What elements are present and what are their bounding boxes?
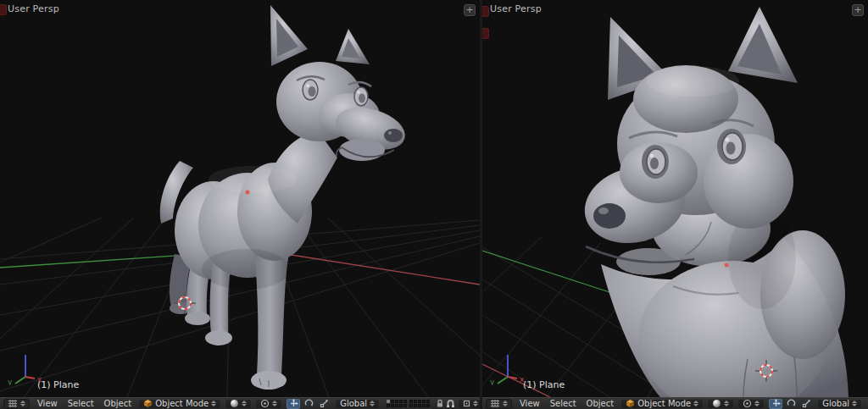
scale-icon [802, 399, 811, 408]
panel-tab[interactable] [482, 6, 489, 17]
scale-icon [320, 399, 329, 408]
dog-model[interactable] [576, 7, 849, 397]
dropdown-arrows-icon [852, 401, 857, 406]
shading-dropdown[interactable] [707, 399, 734, 409]
view-menu[interactable]: View [32, 399, 63, 408]
editor-3dview-icon [490, 399, 500, 408]
viewport-left: User Persp (1) Plane + x y [0, 0, 480, 397]
dropdown-arrows-icon [754, 401, 760, 406]
layer-button[interactable] [418, 400, 421, 403]
orientation-label: Global [340, 399, 367, 408]
layer-button[interactable] [391, 400, 394, 403]
select-menu[interactable]: Select [545, 399, 581, 408]
layer-button[interactable] [409, 404, 413, 407]
layer-button[interactable] [395, 400, 398, 403]
pivot-center-icon [260, 399, 270, 408]
dropdown-arrows-icon [20, 401, 25, 406]
view-name-label: User Persp [8, 3, 59, 14]
mode-dropdown[interactable]: Object Mode [620, 399, 704, 409]
dropdown-arrows-icon [370, 401, 375, 406]
axis-y-line [482, 251, 609, 292]
mode-dropdown[interactable]: Object Mode [138, 399, 221, 409]
shading-dropdown[interactable] [225, 399, 252, 409]
gizmo-x-label: x [520, 375, 525, 384]
shading-sphere-icon [712, 399, 721, 408]
pivot-dropdown[interactable] [255, 399, 282, 409]
dog-model[interactable] [160, 5, 410, 390]
layer-button[interactable] [422, 400, 426, 403]
layer-button[interactable] [418, 404, 421, 407]
gizmo-y-label: y [8, 378, 13, 385]
dropdown-arrows-icon [503, 401, 508, 406]
dropdown-arrows-icon [272, 401, 277, 406]
object-mode-cube-icon [143, 399, 153, 408]
object-menu[interactable]: Object [581, 399, 620, 408]
translate-icon [771, 399, 781, 408]
editor-type-button[interactable] [486, 399, 512, 409]
orientation-dropdown[interactable]: Global [817, 399, 862, 409]
manipulator-rotate-button[interactable] [784, 399, 798, 409]
shading-sphere-icon [230, 399, 239, 408]
editor-3dview-icon [8, 399, 18, 408]
viewport-header-right: View Select Object Object Mode [482, 397, 868, 409]
layer-button[interactable] [426, 404, 430, 407]
manipulator-translate-button[interactable] [769, 399, 782, 409]
axis-x-line [270, 251, 480, 285]
rotate-icon [304, 399, 314, 408]
panel-tab[interactable] [0, 4, 7, 15]
layer-button[interactable] [395, 404, 398, 407]
dropdown-arrows-icon [211, 401, 216, 406]
layer-button[interactable] [391, 404, 394, 407]
gizmo-x-label: x [37, 375, 42, 384]
object-origin-dot [725, 263, 729, 268]
blender-window: User Persp (1) Plane + x y [0, 0, 868, 409]
magnet-icon [446, 399, 455, 408]
layer-button[interactable] [422, 404, 426, 407]
viewport-canvas-right[interactable] [482, 0, 868, 397]
add-panel-grip-icon[interactable]: + [464, 4, 476, 16]
viewport-right: User Persp (1) Plane + x y [482, 0, 868, 397]
object-origin-dot [246, 191, 250, 195]
layer-button[interactable] [387, 404, 390, 407]
manipulator-rotate-button[interactable] [302, 399, 315, 409]
viewport-canvas-left[interactable] [0, 0, 480, 397]
layer-button[interactable] [426, 400, 430, 403]
editor-type-button[interactable] [3, 399, 30, 409]
layer-button[interactable] [414, 404, 417, 407]
orientation-dropdown[interactable]: Global [335, 399, 380, 409]
layer-button[interactable] [403, 404, 407, 407]
layer-button[interactable] [399, 404, 403, 407]
layer-button[interactable] [403, 400, 407, 403]
dropdown-arrows-icon [693, 401, 698, 406]
orientation-label: Global [822, 399, 849, 408]
snap-element-dropdown[interactable] [458, 399, 480, 409]
lock-icon [436, 399, 444, 408]
manipulator-scale-button[interactable] [317, 399, 331, 409]
mode-label: Object Mode [637, 399, 691, 408]
axis-gizmo: x y [489, 348, 530, 385]
object-mode-cube-icon [626, 399, 635, 408]
pivot-center-icon [743, 399, 752, 408]
layer-button[interactable] [399, 400, 403, 403]
layer-button[interactable] [387, 400, 390, 403]
snap-toggle-button[interactable] [446, 399, 455, 409]
panel-tab[interactable] [482, 28, 489, 39]
viewport-header-left: View Select Object Object Mode [0, 397, 480, 409]
gizmo-y-label: y [490, 378, 495, 385]
pivot-dropdown[interactable] [737, 399, 765, 409]
object-menu[interactable]: Object [99, 399, 137, 408]
axis-gizmo: x y [7, 348, 47, 385]
mode-label: Object Mode [155, 399, 209, 408]
manipulator-scale-button[interactable] [799, 399, 813, 409]
scene-lock-button[interactable] [436, 399, 444, 409]
add-panel-grip-icon[interactable]: + [852, 4, 864, 16]
dropdown-arrows-icon [473, 401, 478, 406]
manipulator-toggles [286, 399, 331, 409]
select-menu[interactable]: Select [63, 399, 99, 408]
dropdown-arrows-icon [724, 401, 729, 406]
layers-widget [387, 400, 430, 407]
manipulator-translate-button[interactable] [287, 399, 300, 409]
view-menu[interactable]: View [515, 399, 545, 408]
layer-button[interactable] [409, 400, 413, 403]
layer-button[interactable] [414, 400, 417, 403]
